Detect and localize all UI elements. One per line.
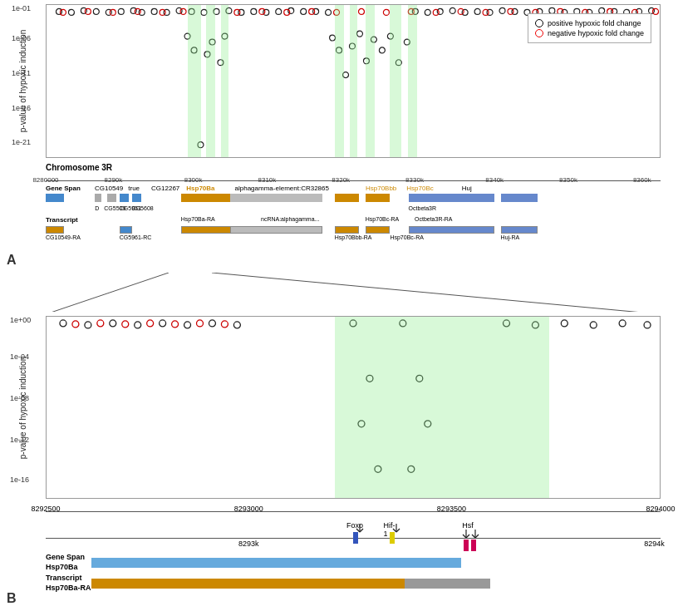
svg-point-87	[60, 320, 66, 327]
tr-label-octbeta3rra: Octbeta3R-RA	[415, 216, 453, 222]
svg-point-92	[184, 322, 191, 328]
ytick-b-4: 1e-12	[10, 436, 29, 444]
legend-positive: positive hypoxic fold change	[535, 19, 644, 27]
ytick-a-4: 1e-16	[12, 104, 31, 112]
gs-alphagamma: alphagamma-element:CR32865	[235, 185, 329, 192]
gs-hsp70ba: Hsp70Ba	[186, 185, 214, 192]
tr-label-hsp70bcra: Hsp70Bc-RA	[366, 216, 399, 222]
svg-point-68	[259, 8, 265, 14]
legend-a: positive hypoxic fold change negative hy…	[528, 13, 651, 43]
transcript-row-b: TranscriptHsp70Ba-RA	[46, 574, 661, 593]
foxo-bar	[353, 532, 358, 544]
svg-line-86	[212, 273, 661, 314]
chrom-tick-3: 8310k	[258, 176, 276, 184]
gs-cg12267: CG12267	[151, 185, 179, 192]
chrom-tick-4: 8320k	[332, 176, 350, 184]
gs-hsp70bc: Hsp70Bc	[406, 185, 433, 192]
gs-bar-huj	[501, 194, 538, 202]
gs-b-bar-blue	[91, 558, 461, 568]
svg-point-106	[590, 322, 597, 328]
svg-point-115	[221, 321, 228, 328]
chrom-tick-2: 8300k	[184, 176, 203, 184]
tr-b-bar-grey	[405, 579, 490, 589]
gs-sublabel-d: D	[95, 205, 99, 211]
panel-b: p-value of hypoxic induction	[0, 312, 678, 616]
chrom-ruler-b: 8292500 8293000 8293500 8294000	[46, 505, 661, 520]
legend-positive-icon	[535, 19, 543, 27]
svg-point-46	[474, 8, 480, 14]
ytick-a-5: 1e-21	[12, 138, 31, 146]
gs-bar-hsp70bc	[366, 194, 391, 202]
tr-label-cg5961rc: CG5961-RC	[120, 234, 152, 240]
tr-bar-hujra	[501, 226, 538, 234]
tr-label-hujra: Huj-RA	[501, 234, 520, 240]
gs-bar-octbeta3r	[409, 194, 495, 202]
hsf-arrows	[462, 530, 480, 540]
svg-point-84	[653, 8, 659, 14]
hsf-label: Hsf	[462, 521, 474, 530]
svg-point-91	[160, 320, 166, 327]
panel-b-plot: 1e+00 1e-04 1e-08 1e-12 1e-16	[46, 316, 661, 499]
tr-label-hsp70bara: Hsp70Ba-RA	[181, 216, 215, 222]
svg-point-32	[356, 31, 362, 37]
xtick-b-4: 8294000	[646, 505, 675, 513]
svg-point-1	[68, 9, 74, 15]
gs-bar-cg5509	[107, 194, 116, 202]
tr-bar-cg10549ra	[46, 226, 64, 234]
svg-point-109	[72, 321, 79, 328]
tr-label-cg10549ra: CG10549-RA	[46, 234, 81, 240]
tr-b-bar-orange	[91, 579, 405, 589]
chrom-tick-0: 8280000	[32, 176, 58, 184]
chrom-tick-1: 8290k	[104, 176, 122, 184]
svg-point-78	[508, 8, 513, 14]
chrom-track-b: 8292500 8293000 8293500 8294000 8293k 82…	[46, 505, 661, 559]
svg-point-110	[97, 320, 104, 327]
ytick-b-5: 1e-16	[10, 476, 29, 484]
svg-point-88	[85, 322, 91, 328]
svg-point-72	[358, 8, 364, 14]
connector-svg	[0, 273, 678, 314]
transcript-label-a: Transcript	[46, 216, 661, 224]
svg-point-44	[450, 7, 455, 13]
gs-cg10549: CG10549	[95, 185, 123, 192]
gs-bar-d	[95, 194, 101, 202]
svg-point-73	[383, 9, 389, 15]
tr-bar-ncrna	[230, 226, 322, 234]
tr-label-hsp70bbbra: Hsp70Bbb-RA	[335, 234, 372, 240]
tr-label-hsp70bcra2: Hsp70Bc-RA	[390, 234, 423, 240]
svg-point-67	[234, 9, 240, 15]
svg-point-76	[458, 8, 464, 14]
ytick-a-3: 1e-11	[12, 69, 31, 77]
svg-point-23	[251, 8, 257, 14]
gs-hsp70bbb: Hsp70Bbb	[366, 185, 396, 192]
svg-point-35	[379, 47, 385, 53]
tr-bar-cg5961rc	[120, 226, 132, 234]
xtick-b-1: 8292500	[31, 505, 60, 513]
svg-point-90	[135, 322, 141, 328]
svg-point-111	[122, 321, 129, 328]
xtick-b-3: 8293500	[437, 505, 466, 513]
legend-positive-label: positive hypoxic fold change	[548, 19, 641, 27]
svg-line-85	[46, 273, 169, 314]
svg-point-114	[197, 320, 204, 327]
svg-point-94	[233, 322, 240, 328]
gene-span-label-b: Gene SpanHsp70Ba	[46, 553, 91, 572]
svg-point-25	[276, 8, 282, 14]
legend-negative-icon	[535, 29, 543, 37]
ruler-label-8293k: 8293k	[238, 540, 259, 548]
svg-line-121	[396, 529, 400, 532]
svg-point-48	[499, 7, 505, 13]
gene-tracks-b: Gene SpanHsp70Ba TranscriptHsp70Ba-RA	[46, 553, 661, 594]
svg-point-62	[85, 8, 91, 14]
chrom-tick-5: 8330k	[405, 176, 424, 184]
chrom-tick-7: 8350k	[559, 176, 577, 184]
chrom-tick-6: 8340k	[485, 176, 504, 184]
gs-sublabel-octbeta3r: Octbeta3R	[409, 205, 436, 211]
panel-a-label: A	[7, 253, 17, 268]
gs-bar-alphagamma	[230, 194, 322, 202]
tr-label-ncrna: ncRNA:alphagamma...	[261, 216, 319, 222]
gs-huj: Huj	[462, 185, 472, 192]
svg-point-113	[172, 321, 179, 328]
svg-point-89	[110, 320, 116, 327]
gs-bar-cg5961	[120, 194, 129, 202]
